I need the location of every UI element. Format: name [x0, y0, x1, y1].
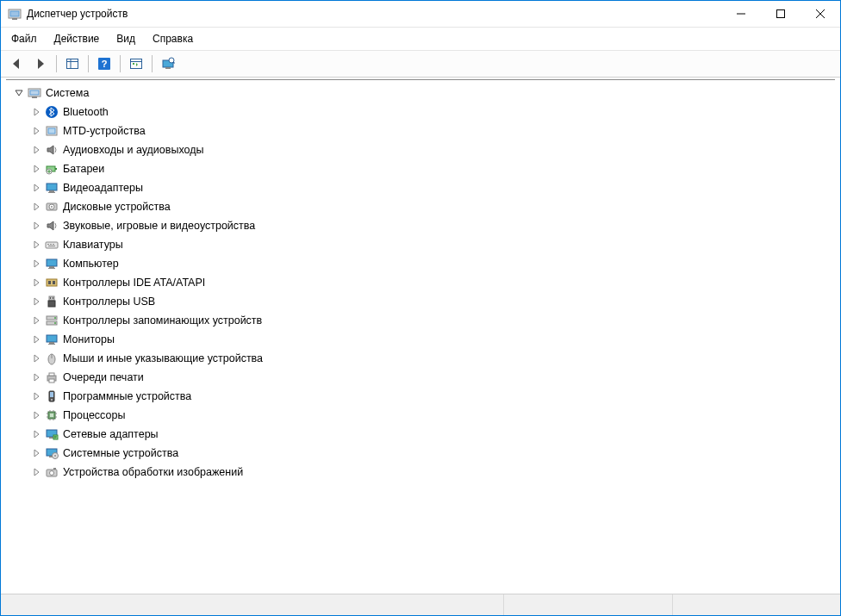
- sound-icon: [45, 219, 59, 233]
- expand-icon[interactable]: [30, 314, 42, 327]
- battery-icon: [45, 162, 59, 176]
- tree-category-row[interactable]: Контроллеры запоминающих устройств: [27, 311, 835, 330]
- expand-icon[interactable]: [30, 258, 42, 270]
- monitor-icon: [45, 333, 59, 346]
- maximize-button[interactable]: [761, 1, 801, 27]
- cpu-icon: [45, 408, 59, 422]
- statusbar-cell: [503, 594, 671, 615]
- tree-category-row[interactable]: Очереди печати: [27, 368, 835, 387]
- expand-icon[interactable]: [30, 447, 42, 459]
- svg-point-81: [54, 455, 56, 457]
- tree-category-row[interactable]: Клавиатуры: [27, 235, 835, 254]
- menu-help[interactable]: Справка: [144, 29, 202, 48]
- storage-ctrl-icon: [45, 314, 59, 327]
- expand-icon[interactable]: [30, 125, 42, 137]
- menu-view[interactable]: Вид: [108, 29, 144, 48]
- tree-category-row[interactable]: Bluetooth: [27, 103, 835, 121]
- svg-rect-36: [53, 244, 54, 245]
- svg-rect-84: [53, 468, 56, 470]
- scan-hardware-button[interactable]: [126, 53, 146, 74]
- expand-icon[interactable]: [30, 220, 42, 232]
- toolbar: ?: [1, 51, 840, 78]
- device-tree-panel[interactable]: Система BluetoothMTD-устройстваАудиовход…: [6, 79, 835, 594]
- svg-rect-41: [47, 279, 57, 286]
- svg-point-62: [51, 399, 53, 401]
- expand-icon[interactable]: [30, 409, 42, 421]
- tree-category-row[interactable]: Системные устройства: [27, 444, 835, 463]
- imaging-icon: [45, 465, 59, 479]
- svg-rect-44: [49, 296, 54, 301]
- menu-action[interactable]: Действие: [46, 29, 109, 48]
- tree-category-row[interactable]: Контроллеры USB: [27, 292, 835, 311]
- show-hide-tree-button[interactable]: [62, 53, 83, 74]
- window-controls: [721, 1, 840, 27]
- expand-icon[interactable]: [30, 201, 42, 213]
- svg-rect-2: [12, 18, 17, 20]
- svg-rect-1: [10, 11, 19, 16]
- window-title: Диспетчер устройств: [27, 8, 128, 20]
- statusbar: [1, 594, 840, 615]
- svg-rect-33: [46, 242, 58, 248]
- svg-rect-23: [48, 128, 55, 134]
- tree-category-row[interactable]: Программные устройства: [27, 387, 835, 406]
- tree-category-row[interactable]: Мыши и иные указывающие устройства: [27, 349, 835, 368]
- show-hidden-button[interactable]: [158, 53, 178, 74]
- expand-icon[interactable]: [30, 352, 42, 364]
- toolbar-separator: [120, 55, 121, 72]
- tree-category-label: Мыши и иные указывающие устройства: [61, 352, 263, 364]
- svg-rect-64: [50, 414, 53, 417]
- svg-rect-61: [50, 392, 53, 397]
- tree-root-row[interactable]: Система: [9, 84, 835, 103]
- tree-category-label: Видеоадаптеры: [61, 182, 143, 194]
- tree-category-row[interactable]: Видеоадаптеры: [27, 178, 835, 197]
- expand-icon[interactable]: [30, 390, 42, 402]
- svg-rect-25: [55, 168, 57, 170]
- minimize-button[interactable]: [721, 1, 761, 27]
- back-button[interactable]: [6, 53, 27, 74]
- tree-category-row[interactable]: Батареи: [27, 159, 835, 178]
- tree-category-row[interactable]: Аудиовходы и аудиовыходы: [27, 140, 835, 159]
- tree-category-row[interactable]: Дисковые устройства: [27, 197, 835, 216]
- statusbar-cell: [1, 594, 503, 615]
- mtd-icon: [45, 124, 59, 138]
- tree-category-row[interactable]: Сетевые адаптеры: [27, 425, 835, 444]
- menu-file[interactable]: Файл: [3, 29, 46, 48]
- svg-rect-52: [47, 335, 57, 342]
- expand-icon[interactable]: [30, 144, 42, 156]
- tree-category-row[interactable]: Контроллеры IDE ATA/ATAPI: [27, 273, 835, 292]
- disk-icon: [45, 200, 59, 214]
- svg-rect-35: [50, 244, 52, 245]
- tree-category-row[interactable]: Устройства обработки изображений: [27, 463, 835, 482]
- expand-icon[interactable]: [30, 333, 42, 345]
- tree-category-row[interactable]: Мониторы: [27, 330, 835, 349]
- expand-icon[interactable]: [30, 163, 42, 175]
- tree-category-row[interactable]: Процессоры: [27, 406, 835, 425]
- tree-category-row[interactable]: Компьютер: [27, 254, 835, 273]
- forward-button[interactable]: [30, 53, 51, 74]
- expand-icon[interactable]: [30, 239, 42, 251]
- tree-category-row[interactable]: MTD-устройства: [27, 121, 835, 140]
- device-manager-window: Диспетчер устройств Файл Действие Вид Сп…: [0, 0, 841, 616]
- help-button[interactable]: ?: [94, 53, 115, 74]
- svg-point-50: [54, 317, 56, 319]
- svg-point-51: [54, 322, 56, 324]
- svg-rect-53: [49, 342, 54, 344]
- tree-category-label: Сетевые адаптеры: [61, 428, 159, 440]
- expand-icon[interactable]: [30, 428, 42, 440]
- svg-rect-15: [165, 67, 171, 69]
- svg-rect-54: [48, 344, 55, 345]
- expand-icon[interactable]: [30, 296, 42, 308]
- expand-icon[interactable]: [30, 277, 42, 289]
- svg-rect-58: [49, 373, 54, 376]
- tree-category-label: Программные устройства: [61, 390, 191, 402]
- tree-category-label: Мониторы: [61, 333, 115, 345]
- tree-category-row[interactable]: Звуковые, игровые и видеоустройства: [27, 216, 835, 235]
- close-button[interactable]: [801, 1, 840, 27]
- tree-root-label: Система: [44, 87, 89, 99]
- expand-icon[interactable]: [30, 466, 42, 478]
- svg-rect-43: [53, 281, 55, 284]
- expand-icon[interactable]: [30, 182, 42, 194]
- expand-icon[interactable]: [30, 106, 42, 118]
- collapse-icon[interactable]: [13, 87, 25, 99]
- expand-icon[interactable]: [30, 371, 42, 383]
